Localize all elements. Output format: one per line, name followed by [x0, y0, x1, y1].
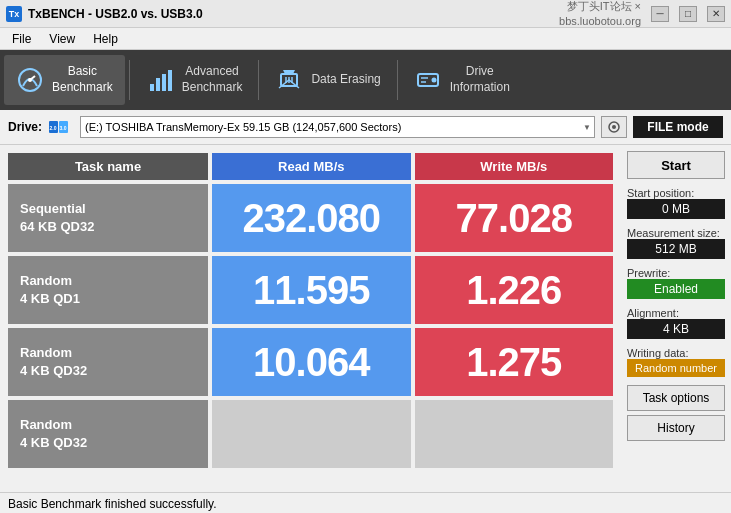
bench-row-4: Random4 KB QD32: [8, 400, 613, 468]
svg-marker-8: [283, 70, 295, 74]
bench-row-3: Random4 KB QD32 10.064 1.275: [8, 328, 613, 396]
start-position-label: Start position:: [627, 187, 725, 199]
bench-row-2: Random4 KB QD1 11.595 1.226: [8, 256, 613, 324]
prewrite-label: Prewrite:: [627, 267, 725, 279]
toolbar-advanced-benchmark[interactable]: AdvancedBenchmark: [134, 55, 255, 105]
toolbar-data-erasing[interactable]: Data Erasing: [263, 55, 392, 105]
measurement-size-section: Measurement size: 512 MB: [627, 223, 725, 259]
write-value-4: [415, 400, 614, 468]
toolbar-sep-3: [397, 60, 398, 100]
writing-data-label: Writing data:: [627, 347, 725, 359]
task-cell-2: Random4 KB QD1: [8, 256, 208, 324]
read-value-4: [212, 400, 411, 468]
svg-rect-5: [162, 74, 166, 91]
measurement-size-value: 512 MB: [627, 239, 725, 259]
svg-rect-3: [150, 84, 154, 91]
advanced-benchmark-label: AdvancedBenchmark: [182, 64, 243, 95]
status-bar: Basic Benchmark finished successfully.: [0, 492, 731, 513]
write-value-2: 1.226: [415, 256, 614, 324]
file-mode-button[interactable]: FILE mode: [633, 116, 723, 138]
minimize-button[interactable]: ─: [651, 6, 669, 22]
main-area: Task name Read MB/s Write MB/s Sequentia…: [0, 145, 731, 492]
benchmark-table: Task name Read MB/s Write MB/s Sequentia…: [0, 145, 621, 492]
toolbar-sep-2: [258, 60, 259, 100]
writing-data-value: Random number: [627, 359, 725, 377]
drive-select-wrapper: (E:) TOSHIBA TransMemory-Ex 59.15 GB (12…: [80, 116, 595, 138]
svg-point-13: [431, 78, 436, 83]
toolbar-basic-benchmark[interactable]: BasicBenchmark: [4, 55, 125, 105]
title-bar: Tx TxBENCH - USB2.0 vs. USB3.0 梦丁头IT论坛 ×…: [0, 0, 731, 28]
drive-row: Drive: 2.0 3.0 (E:) TOSHIBA TransMemory-…: [0, 110, 731, 145]
svg-rect-4: [156, 78, 160, 91]
menu-file[interactable]: File: [4, 30, 39, 48]
measurement-size-label: Measurement size:: [627, 227, 725, 239]
menu-help[interactable]: Help: [85, 30, 126, 48]
basic-benchmark-icon: [16, 66, 44, 94]
read-value-1: 232.080: [212, 184, 411, 252]
start-position-value: 0 MB: [627, 199, 725, 219]
prewrite-value: Enabled: [627, 279, 725, 299]
prewrite-section: Prewrite: Enabled: [627, 263, 725, 299]
toolbar-sep-1: [129, 60, 130, 100]
data-erasing-label: Data Erasing: [311, 72, 380, 88]
writing-data-section: Writing data: Random number: [627, 343, 725, 377]
app-icon: Tx: [6, 6, 22, 22]
alignment-value: 4 KB: [627, 319, 725, 339]
data-erasing-icon: [275, 66, 303, 94]
watermark: 梦丁头IT论坛 × bbs.luobotou.org: [559, 0, 641, 28]
basic-benchmark-label: BasicBenchmark: [52, 64, 113, 95]
col-header-write: Write MB/s: [415, 153, 614, 180]
menu-view[interactable]: View: [41, 30, 83, 48]
drive-refresh-button[interactable]: [601, 116, 627, 138]
drive-label: Drive:: [8, 120, 42, 134]
drive-select[interactable]: (E:) TOSHIBA TransMemory-Ex 59.15 GB (12…: [80, 116, 595, 138]
drive-type-icon: 2.0 3.0: [48, 119, 70, 135]
toolbar-drive-information[interactable]: DriveInformation: [402, 55, 522, 105]
menu-bar: File View Help: [0, 28, 731, 50]
alignment-label: Alignment:: [627, 307, 725, 319]
col-header-task: Task name: [8, 153, 208, 180]
task-cell-3: Random4 KB QD32: [8, 328, 208, 396]
close-button[interactable]: ✕: [707, 6, 725, 22]
task-cell-4: Random4 KB QD32: [8, 400, 208, 468]
svg-rect-6: [168, 70, 172, 91]
title-bar-right: 梦丁头IT论坛 × bbs.luobotou.org ─ □ ✕: [559, 0, 725, 28]
toolbar: BasicBenchmark AdvancedBenchmark: [0, 50, 731, 110]
bench-row-1: Sequential64 KB QD32 232.080 77.028: [8, 184, 613, 252]
read-value-3: 10.064: [212, 328, 411, 396]
window-title: TxBENCH - USB2.0 vs. USB3.0: [28, 7, 203, 21]
maximize-button[interactable]: □: [679, 6, 697, 22]
svg-text:3.0: 3.0: [60, 125, 67, 131]
start-position-section: Start position: 0 MB: [627, 183, 725, 219]
read-value-2: 11.595: [212, 256, 411, 324]
col-header-read: Read MB/s: [212, 153, 411, 180]
drive-information-icon: [414, 66, 442, 94]
svg-text:2.0: 2.0: [50, 125, 57, 131]
svg-point-2: [28, 78, 32, 82]
table-header: Task name Read MB/s Write MB/s: [8, 153, 613, 180]
write-value-1: 77.028: [415, 184, 614, 252]
drive-information-label: DriveInformation: [450, 64, 510, 95]
alignment-section: Alignment: 4 KB: [627, 303, 725, 339]
task-cell-1: Sequential64 KB QD32: [8, 184, 208, 252]
start-button[interactable]: Start: [627, 151, 725, 179]
svg-point-21: [612, 125, 616, 129]
status-message: Basic Benchmark finished successfully.: [8, 497, 217, 511]
sidebar: Start Start position: 0 MB Measurement s…: [621, 145, 731, 492]
task-options-button[interactable]: Task options: [627, 385, 725, 411]
advanced-benchmark-icon: [146, 66, 174, 94]
write-value-3: 1.275: [415, 328, 614, 396]
history-button[interactable]: History: [627, 415, 725, 441]
title-bar-left: Tx TxBENCH - USB2.0 vs. USB3.0: [6, 6, 203, 22]
